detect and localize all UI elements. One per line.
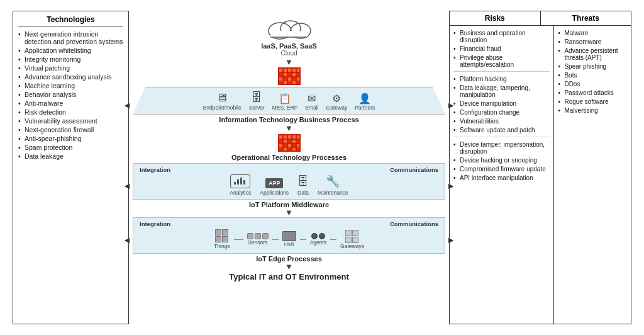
- applications-item: APP Applications: [260, 178, 289, 196]
- technologies-panel: Technologies Next-generation intrusion d…: [13, 11, 129, 324]
- ot-icons-row: Analytics APP Applications 🗄 Data 🔧: [140, 173, 438, 197]
- gateway-label: Gateway: [326, 105, 348, 111]
- svg-rect-34: [288, 140, 291, 143]
- main-container: Technologies Next-generation intrusion d…: [8, 7, 636, 328]
- svg-rect-3: [270, 31, 307, 37]
- list-item: Machine learning: [18, 81, 123, 90]
- bottom-down-arrow: ▼: [133, 264, 445, 270]
- gateway-item: ⚙ Gateway: [326, 93, 348, 111]
- risk-item: Business and operation disruption: [453, 28, 550, 44]
- applications-label: Applications: [260, 190, 289, 196]
- svg-rect-38: [284, 144, 287, 147]
- list-item: Anti-malware: [18, 99, 123, 108]
- it-layer: ◄ ► 🖥 Endpoint/mobile 🗄 Server 📋: [133, 87, 445, 123]
- technologies-title: Technologies: [18, 15, 123, 26]
- cloud-section: IaaS, PaaS, SaaS Cloud: [133, 11, 445, 57]
- email-item: ✉ Email: [305, 93, 318, 111]
- svg-rect-11: [279, 73, 282, 76]
- threat-item: Malware: [558, 28, 627, 37]
- svg-rect-7: [284, 69, 287, 72]
- svg-rect-13: [288, 73, 291, 76]
- maintenance-label: Maintenance: [318, 190, 348, 196]
- edge-nodes-row: Things Sensors: [140, 227, 438, 251]
- analytics-label: Analytics: [230, 190, 251, 196]
- data-label: Data: [297, 190, 309, 196]
- connector-line-2: [272, 239, 279, 240]
- svg-rect-35: [292, 140, 296, 143]
- connector-line-3: [300, 239, 306, 240]
- risk-item: Device manipulation: [453, 99, 550, 108]
- hmi-group: HMI: [282, 231, 296, 247]
- hmi-label: HMI: [284, 241, 294, 247]
- risks-threats-header: Risks Threats: [449, 11, 631, 25]
- risk-item: Software update and patch: [453, 125, 550, 134]
- mes-erp-item: 📋 MES, ERP: [272, 93, 298, 111]
- svg-rect-36: [297, 140, 299, 143]
- svg-rect-6: [279, 69, 282, 72]
- svg-rect-19: [292, 77, 296, 81]
- svg-rect-41: [297, 144, 299, 147]
- sensors-label: Sensors: [248, 239, 267, 246]
- threats-header: Threats: [541, 11, 631, 25]
- risks-header: Risks: [450, 11, 541, 25]
- risks-threats-body: Business and operation disruption Financ…: [449, 25, 631, 324]
- svg-rect-16: [279, 77, 282, 81]
- svg-rect-12: [284, 73, 287, 76]
- svg-rect-45: [292, 148, 296, 150]
- threat-item: Spear phishing: [558, 62, 627, 71]
- connector-line-1: [234, 239, 243, 240]
- threat-item: Ransomware: [558, 37, 627, 46]
- svg-rect-20: [297, 77, 299, 81]
- svg-rect-10: [297, 69, 299, 72]
- risks-column: Business and operation disruption Financ…: [450, 26, 554, 324]
- list-item: Virtual patching: [18, 64, 123, 72]
- ot-title: IoT Platform Middleware: [133, 201, 445, 208]
- risk-item: Device hacking or snooping: [453, 156, 550, 164]
- threat-item: DDos: [558, 79, 627, 88]
- list-item: Anti-spear-phishing: [18, 134, 123, 143]
- svg-rect-9: [292, 69, 296, 72]
- list-item: Vulnerability assessment: [18, 116, 123, 125]
- ot-right-arrow: ►: [447, 181, 455, 191]
- things-group: Things: [214, 229, 230, 249]
- edge-layer: ◄ ► Integration Communications: [133, 217, 445, 263]
- mes-erp-label: MES, ERP: [272, 105, 298, 111]
- server-label: Server: [249, 105, 265, 111]
- ot-left-arrow: ◄: [123, 181, 131, 191]
- list-item: Integrity monitoring: [18, 55, 123, 64]
- svg-rect-23: [288, 81, 291, 84]
- endpoint-item: 🖥 Endpoint/mobile: [203, 91, 242, 111]
- edge-int-comm-row: Integration Communications: [140, 220, 438, 227]
- cloud-down-arrow: ▼: [133, 59, 445, 65]
- svg-rect-24: [292, 81, 296, 84]
- svg-rect-14: [292, 73, 296, 76]
- svg-rect-32: [279, 140, 282, 143]
- svg-rect-47: [234, 182, 236, 185]
- svg-rect-42: [279, 148, 282, 150]
- svg-rect-22: [284, 81, 287, 84]
- data-item: 🗄 Data: [297, 175, 309, 196]
- agents-label: Agents: [310, 239, 326, 246]
- list-item: Behavior analysis: [18, 90, 123, 99]
- svg-rect-43: [284, 148, 287, 150]
- svg-rect-39: [288, 144, 291, 147]
- risk-item: Data leakage, tampering, manipulation: [453, 83, 550, 99]
- threat-item: Malvertising: [558, 106, 627, 115]
- technologies-list: Next-generation intrusion detection and …: [18, 30, 123, 161]
- svg-rect-44: [288, 148, 291, 150]
- svg-rect-25: [297, 81, 299, 84]
- analytics-item: Analytics: [230, 174, 251, 196]
- agents-group: Agents: [310, 233, 326, 246]
- email-label: Email: [305, 105, 318, 111]
- ot-int-comm-row: Integration Communications: [140, 166, 438, 173]
- list-item: Risk detection: [18, 108, 123, 116]
- svg-rect-50: [243, 180, 245, 185]
- endpoint-label: Endpoint/mobile: [203, 105, 242, 111]
- sensors-group: Sensors: [247, 233, 269, 246]
- svg-rect-17: [284, 77, 287, 81]
- svg-rect-49: [240, 178, 242, 185]
- risk-item: Platform hacking: [453, 74, 550, 83]
- partners-label: Partners: [355, 105, 375, 111]
- ot-edge-down-arrow: ▼: [133, 210, 445, 216]
- risks-group-3: Device tamper, impersonation, disruption…: [453, 140, 550, 185]
